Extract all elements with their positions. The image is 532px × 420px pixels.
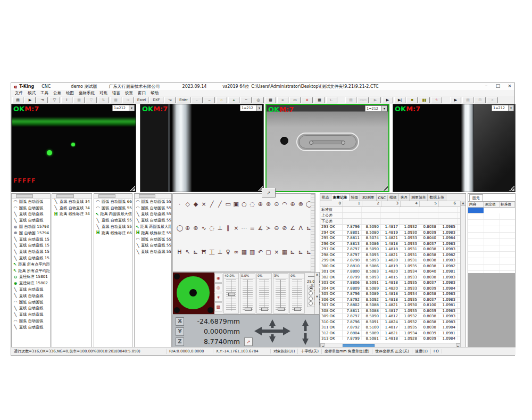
menu-item[interactable]: 窗口 <box>138 90 146 96</box>
resize-handle-icon[interactable] <box>383 185 388 191</box>
feature-list-item[interactable]: ◠ 圆弧 自动圆弧 <box>12 299 50 306</box>
element-selected-cell[interactable] <box>468 208 484 213</box>
measurement-row[interactable]: 302 OK7.87998.50931.48151.09330.80381.09… <box>320 275 466 281</box>
relation-tool-icon[interactable]: ◯ <box>177 225 182 232</box>
light-vscrollbar[interactable]: ▲▼ <box>314 273 319 314</box>
records-tab[interactable]: 数据上传 <box>428 194 446 201</box>
overall-radio[interactable] <box>309 286 313 291</box>
light-channel-slider[interactable]: 3% <box>273 273 288 314</box>
annotation-tool-icon[interactable]: ▥ <box>250 249 255 257</box>
measure-tool-icon[interactable]: · <box>177 201 182 208</box>
maximize-button[interactable]: □ <box>494 83 502 88</box>
diagonal-move-button[interactable]: ↗ <box>244 337 253 346</box>
light-button[interactable]: ☼ <box>216 97 227 103</box>
feature-list-item[interactable]: H 距离 线性标注 55 <box>135 230 171 236</box>
measurement-row[interactable]: 313 OK7.87998.50811.48181.09280.80391.09… <box>320 336 466 340</box>
scroll-up-icon[interactable]: ▲ <box>461 201 466 206</box>
measurement-row[interactable]: 304 OK7.88098.50891.48201.09330.80391.09… <box>320 286 466 292</box>
feature-list-item[interactable]: ╲ 直线 自动直线 <box>12 217 50 224</box>
measurement-row[interactable]: 299 OK7.87908.50931.48201.09310.80381.09… <box>320 258 466 264</box>
measurement-row[interactable]: 301 OK7.88008.50831.48201.09340.80401.09… <box>320 269 466 275</box>
move-button[interactable]: ⇒ <box>122 97 134 103</box>
play-button[interactable]: ▶ <box>382 97 393 103</box>
feature-list-item[interactable]: H 距离 线性标注 66 <box>94 230 132 236</box>
annotation-tool-icon[interactable]: H <box>177 249 182 257</box>
relation-tool-icon[interactable]: ⊘ <box>281 225 287 232</box>
measure-tool-icon[interactable]: ◇ <box>185 201 190 208</box>
feature-list-item[interactable]: ╲ 直线 自动直线 <box>12 286 50 293</box>
tolerance-row[interactable]: 上公差 <box>320 213 466 219</box>
feature-list-item[interactable]: ↖ 距离 两圆弧最大距 <box>135 224 171 230</box>
menu-item[interactable]: 文件 <box>15 90 23 96</box>
camera1-zoom-select[interactable]: 1=212▾ <box>112 105 135 111</box>
image-button[interactable]: ▲ <box>228 97 239 103</box>
feature-list-item[interactable]: ↖ 距离 所有点平均距 <box>12 268 50 274</box>
runfile-button[interactable]: ▶ <box>370 97 381 103</box>
annotation-tool-icon[interactable]: ⊾ <box>193 249 198 257</box>
records-tab[interactable]: 状态 <box>320 194 331 201</box>
close-tool-button[interactable]: × <box>487 97 498 103</box>
annotation-tool-icon[interactable]: Ħ <box>201 249 207 257</box>
measurement-row[interactable]: 303 OK7.88068.50911.48181.09350.80371.09… <box>320 281 466 286</box>
feature-list-item[interactable]: ◠ 圆弧 自动圆弧 <box>12 199 50 205</box>
measure-tool-icon[interactable]: ⊛ <box>265 201 271 208</box>
feature-list-item[interactable]: ◠ 圆弧 自动圆弧 55 <box>135 199 171 205</box>
measurement-row[interactable]: 310 OK7.87968.50911.48241.09320.80381.09… <box>320 320 466 326</box>
matrix-button[interactable]: ▦ <box>314 97 325 103</box>
relation-tool-icon[interactable]: ⊕ <box>185 225 190 232</box>
slider-thumb[interactable] <box>245 308 252 311</box>
feature-list-item[interactable]: ◠ 圆弧 自动圆弧 <box>12 318 50 324</box>
feature-list-item[interactable]: ╲ 直线 自动直线 55 <box>135 217 171 224</box>
relation-tool-icon[interactable]: ∠ <box>290 225 296 232</box>
measurement-row[interactable]: 308 OK7.88118.50881.48171.09350.80391.09… <box>320 309 466 315</box>
measure-tool-icon[interactable]: ⊕ <box>257 201 263 208</box>
play-to-end-button[interactable]: ▶| <box>394 97 405 103</box>
list1-hscrollbar[interactable] <box>12 194 50 199</box>
print-button[interactable]: ⊟ <box>475 97 486 103</box>
menu-item[interactable]: 绘图 <box>66 90 74 96</box>
menu-item[interactable]: 语言 <box>112 90 120 96</box>
measurement-row[interactable]: 293 OK7.87968.50901.48171.09320.80381.09… <box>320 225 466 230</box>
feature-list-item[interactable]: ╲ 直线 自动直线 <box>12 324 50 331</box>
feature-list-item[interactable]: ╲ 直线 自动直线 15 <box>12 249 50 255</box>
save2-button[interactable]: ▤ <box>345 97 356 103</box>
feature-list-item[interactable]: ╲ 直线 自动直线 55 <box>135 243 171 249</box>
measurement-row[interactable]: 309 OK7.87978.50901.48171.09320.80381.09… <box>320 314 466 320</box>
measurement-row[interactable]: 295 OK7.88118.50741.48211.09330.80401.09… <box>320 236 466 242</box>
feature-list-item[interactable]: ↖ 距离 所有点平均距 <box>12 261 50 268</box>
annotation-tool-icon[interactable]: ♀ <box>225 249 231 257</box>
measurement-row[interactable]: 307 OK7.88028.50881.48211.09300.81001.09… <box>320 303 466 309</box>
records-vscrollbar[interactable]: ▲ <box>460 201 466 348</box>
goto-button[interactable]: ⇥ <box>37 97 48 103</box>
cells-button[interactable]: ▭▭ <box>358 97 369 103</box>
annotation-tool-icon[interactable]: × <box>273 249 279 257</box>
relation-tool-icon[interactable]: ⋯ <box>242 225 247 232</box>
menu-item[interactable]: 模式 <box>28 90 36 96</box>
measurement-row[interactable]: 297 OK7.87978.50901.48181.09310.80381.09… <box>320 247 466 253</box>
measure-tool-icon[interactable]: ╱ <box>217 201 223 208</box>
close-button[interactable]: × <box>506 83 513 88</box>
black-calib-radio[interactable] <box>309 301 313 306</box>
menu-item[interactable]: 帮助 <box>151 90 159 96</box>
updown-button[interactable]: ⇅ <box>98 97 109 103</box>
coaxial-mode-button[interactable]: ◎ <box>214 283 222 292</box>
backlight-mode-button[interactable]: ▩ <box>214 302 222 311</box>
blank-button[interactable]: ▭ <box>289 97 301 103</box>
measurement-row[interactable]: 298 OK7.87978.50931.48211.09310.80381.09… <box>320 253 466 259</box>
resize-handle-icon[interactable] <box>509 186 514 191</box>
measure-tool-icon[interactable]: × <box>201 201 207 208</box>
feature-list-item[interactable]: ╲ 直线 自动直线 <box>12 293 50 299</box>
measurement-row[interactable]: 296 OK7.88138.50861.48181.09330.80371.09… <box>320 242 466 248</box>
relation-tool-icon[interactable]: ≡ <box>250 225 255 232</box>
measurement-row[interactable]: 306 OK7.87928.50921.48181.09350.80371.09… <box>320 298 466 303</box>
menu-item[interactable]: 设置 <box>125 90 133 96</box>
measure-tool-icon[interactable]: ⊕ <box>290 201 296 208</box>
surface-button[interactable]: ▦ <box>73 97 85 103</box>
measure-tool-icon[interactable]: ⊙ <box>273 201 279 208</box>
light-channel-slider[interactable]: 0% <box>289 273 305 314</box>
relation-tool-icon[interactable]: ⊖ <box>273 225 279 232</box>
records-tab[interactable]: CNC <box>377 195 388 201</box>
relation-tool-icon[interactable]: ◌ <box>209 225 215 232</box>
relation-tool-icon[interactable]: ⊥ <box>217 225 223 232</box>
feature-list-item[interactable]: ╲ 直线 自动直线 15 <box>12 255 50 261</box>
